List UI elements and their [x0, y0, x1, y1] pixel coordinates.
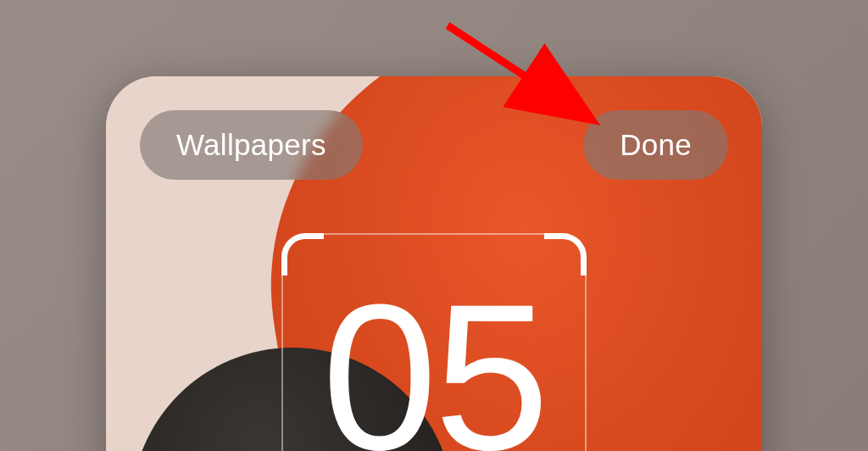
done-button[interactable]: Done	[583, 110, 728, 180]
clock-widget[interactable]: 05	[281, 233, 587, 451]
editor-toolbar: Wallpapers Done	[140, 110, 728, 180]
frame-edge	[281, 276, 283, 451]
frame-edge	[324, 233, 544, 235]
frame-corner-icon	[544, 233, 587, 276]
clock-selection-frame: 05	[281, 233, 587, 451]
wallpaper-editor-screen: Wallpapers Done 05	[106, 76, 762, 451]
wallpapers-button[interactable]: Wallpapers	[140, 110, 363, 180]
frame-corner-icon	[281, 233, 324, 276]
frame-edge	[585, 276, 587, 451]
clock-hour: 05	[322, 274, 547, 452]
